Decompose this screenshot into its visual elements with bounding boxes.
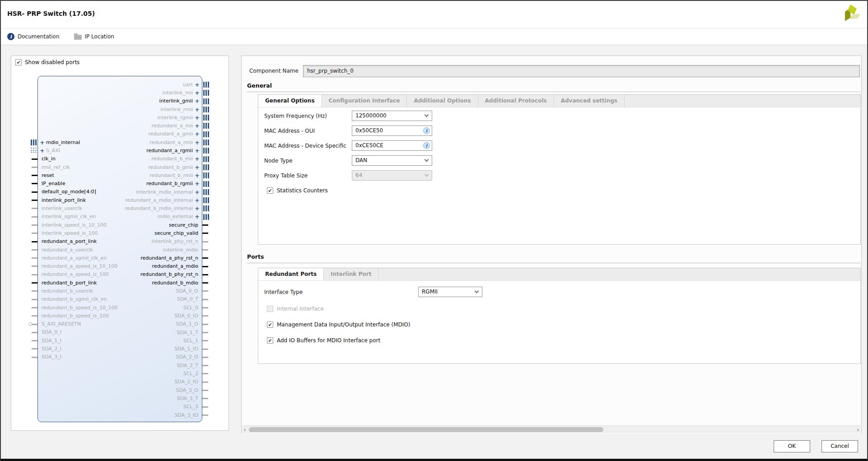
cancel-button[interactable]: Cancel — [821, 440, 858, 452]
tab-configuration-interface[interactable]: Configuration Interface — [322, 95, 407, 107]
port-SCL_2[interactable]: SCL_2 — [38, 369, 202, 377]
show-disabled-ports-checkbox[interactable]: ✔ Show disabled ports — [15, 59, 79, 65]
tab-additional-options[interactable]: Additional Options — [407, 95, 478, 107]
expand-plus-icon[interactable]: + — [195, 164, 200, 170]
port-redundant_a_mdio[interactable]: redundant_a_mdio — [38, 262, 202, 270]
mac-device-input[interactable]: 0xCE50CE i — [352, 140, 432, 151]
expand-plus-icon[interactable]: + — [195, 107, 200, 112]
port-SDA_2_IO[interactable]: SDA_2_IO — [38, 378, 202, 386]
component-name-input[interactable] — [303, 65, 860, 77]
pin-icon — [202, 299, 208, 300]
port-interlink_mdio[interactable]: interlink_mdio — [38, 246, 202, 254]
port-interlink_mdio_internal[interactable]: interlink_mdio_internal+ — [38, 188, 202, 196]
expand-plus-icon[interactable]: + — [195, 205, 200, 211]
expand-plus-icon[interactable]: + — [195, 214, 200, 219]
port-redundant_b_rmii[interactable]: redundant_b_rmii+ — [38, 171, 202, 179]
expand-plus-icon[interactable]: + — [195, 115, 200, 121]
port-redundant_a_mii[interactable]: redundant_a_mii+ — [38, 121, 202, 130]
port-name-label: redundant_a_gmii — [148, 131, 193, 137]
statistics-counters-checkbox[interactable]: ✔ Statistics Counters — [267, 187, 860, 194]
proxy-table-size-label: Proxy Table Size — [264, 172, 352, 179]
checkbox-check-icon: ✔ — [267, 321, 273, 328]
port-interlink_rgmii[interactable]: interlink_rgmii+ — [38, 113, 202, 121]
pin-icon — [32, 257, 37, 259]
port-SDA_1_T[interactable]: SDA_1_T — [38, 328, 202, 336]
scrollbar-thumb[interactable] — [249, 427, 603, 432]
port-redundant_b_gmii[interactable]: redundant_b_gmii+ — [38, 163, 202, 171]
interface-type-select[interactable]: RGMII — [418, 287, 482, 297]
port-name-label: SDA_2_O — [176, 354, 198, 360]
documentation-button[interactable]: i Documentation — [7, 33, 60, 40]
expand-plus-icon[interactable]: + — [195, 98, 200, 104]
expand-plus-icon[interactable]: + — [195, 82, 200, 88]
port-SDA_3_IO[interactable]: SDA_3_IO — [38, 411, 202, 419]
system-frequency-select[interactable]: 125000000 — [352, 111, 432, 121]
ok-button[interactable]: OK — [774, 440, 810, 452]
tab-additional-protocols[interactable]: Additional Protocols — [478, 95, 554, 107]
bus-interface-icon — [31, 148, 37, 154]
port-SDA_2_O[interactable]: SDA_2_O — [38, 353, 202, 361]
port-redundant_b_rgmii[interactable]: redundant_b_rgmii+ — [38, 180, 202, 188]
expand-plus-icon[interactable]: + — [195, 90, 200, 96]
port-mdio_external[interactable]: mdio_external+ — [38, 213, 202, 221]
expand-plus-icon[interactable]: + — [195, 189, 200, 195]
expand-plus-icon[interactable]: + — [195, 140, 200, 145]
port-SCL_3[interactable]: SCL_3 — [38, 403, 202, 411]
port-SDA_2_T[interactable]: SDA_2_T — [38, 361, 202, 369]
port-name-label: interlink_phy_rst_n — [151, 238, 198, 244]
port-redundant_a_mdio_internal[interactable]: redundant_a_mdio_internal+ — [38, 196, 202, 204]
port-redundant_a_gmii[interactable]: redundant_a_gmii+ — [38, 130, 202, 138]
port-interlink_gmii[interactable]: interlink_gmii+ — [38, 97, 202, 105]
port-secure_chip_valid[interactable]: secure_chip_valid — [38, 229, 202, 237]
port-redundant_a_rgmii[interactable]: redundant_a_rgmii+ — [38, 146, 202, 154]
port-name-label: redundant_a_phy_rst_n — [140, 255, 198, 261]
port-interlink_rmii[interactable]: interlink_rmii+ — [38, 105, 202, 113]
bus-interface-icon — [203, 164, 209, 170]
port-interlink_phy_rst_n[interactable]: interlink_phy_rst_n — [38, 237, 202, 246]
mac-oui-input[interactable]: 0x50CE50 i — [352, 126, 432, 136]
expand-plus-icon[interactable]: + — [195, 172, 200, 178]
port-SDA_3_T[interactable]: SDA_3_T — [38, 394, 202, 402]
port-SDA_0_O[interactable]: SDA_0_O — [38, 287, 202, 295]
pin-icon — [32, 290, 37, 292]
port-SDA_0_T[interactable]: SDA_0_T — [38, 295, 202, 303]
mdio-checkbox[interactable]: ✔ Management Data Input/Output Interface… — [267, 321, 860, 328]
expand-plus-icon[interactable]: + — [195, 148, 200, 154]
expand-plus-icon[interactable]: + — [195, 123, 200, 129]
pin-icon — [32, 274, 37, 275]
scroll-right-arrow[interactable]: › — [855, 426, 861, 433]
expand-plus-icon[interactable]: + — [195, 156, 200, 162]
port-redundant_b_phy_rst_n[interactable]: redundant_b_phy_rst_n — [38, 270, 202, 279]
port-SDA_1_O[interactable]: SDA_1_O — [38, 320, 202, 328]
port-SCL_1[interactable]: SCL_1 — [38, 336, 202, 345]
port-redundant_a_phy_rst_n[interactable]: redundant_a_phy_rst_n — [38, 254, 202, 262]
tab-interlink-port[interactable]: Interlink Port — [324, 268, 378, 280]
node-type-select[interactable]: DAN — [352, 155, 432, 166]
tab-redundant-ports[interactable]: Redundant Ports — [258, 268, 324, 280]
scroll-left-arrow[interactable]: ‹ — [242, 426, 247, 433]
pin-icon — [32, 233, 37, 234]
port-redundant_b_mii[interactable]: redundant_b_mii+ — [38, 155, 202, 163]
port-redundant_b_mdio_internal[interactable]: redundant_b_mdio_internal+ — [38, 204, 202, 212]
checkbox-check-icon: ✔ — [15, 59, 22, 65]
port-SCL_0[interactable]: SCL_0 — [38, 303, 202, 312]
port-SDA_1_IO[interactable]: SDA_1_IO — [38, 345, 202, 353]
port-secure_chip[interactable]: secure_chip — [38, 221, 202, 229]
horizontal-scrollbar[interactable]: ‹ › — [242, 425, 861, 433]
port-SDA_3_O[interactable]: SDA_3_O — [38, 386, 202, 394]
tab-advanced-settings[interactable]: Advanced settings — [554, 95, 625, 107]
port-interlink_mii[interactable]: interlink_mii+ — [38, 88, 202, 97]
ip-location-button[interactable]: IP Location — [74, 33, 114, 40]
expand-plus-icon[interactable]: + — [195, 197, 200, 203]
port-SDA_0_IO[interactable]: SDA_0_IO — [38, 312, 202, 320]
pin-icon — [202, 414, 208, 416]
add-io-buffers-checkbox[interactable]: ✔ Add IO Buffers for MDIO Interface port — [267, 337, 860, 344]
port-redundant_a_rmii[interactable]: redundant_a_rmii+ — [38, 138, 202, 146]
info-icon: i — [423, 127, 430, 134]
port-redundant_b_mdio[interactable]: redundant_b_mdio — [38, 279, 202, 287]
ip-block-symbol[interactable]: mdio_internal+S_AXI+clk_inrmii_ref_clkre… — [37, 76, 202, 422]
port-uart[interactable]: uart+ — [38, 80, 202, 88]
expand-plus-icon[interactable]: + — [195, 131, 200, 137]
tab-general-options[interactable]: General Options — [258, 95, 322, 107]
expand-plus-icon[interactable]: + — [195, 181, 200, 186]
